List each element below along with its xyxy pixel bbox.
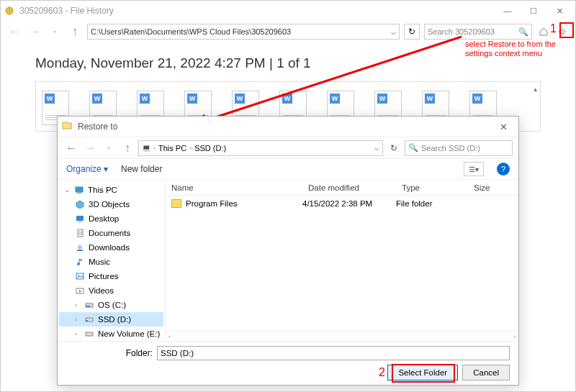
dialog-nav: ← → ▾ ↑ 💻 › This PC › SSD (D:) ⌵ ↻ 🔍 Sea…: [58, 137, 518, 158]
up-button[interactable]: ↑: [67, 24, 83, 40]
tree-item-downloads[interactable]: Downloads: [59, 240, 163, 255]
window-title: 305209603 - File History: [19, 6, 114, 16]
dialog-search-placeholder: Search SSD (D:): [421, 144, 480, 152]
dialog-forward-button[interactable]: →: [82, 140, 98, 156]
search-placeholder: Search 305209603: [428, 27, 495, 36]
recent-dropdown[interactable]: ▾: [47, 24, 63, 40]
tree-item-music[interactable]: Music: [59, 255, 163, 269]
tree-item-videos[interactable]: Videos: [59, 283, 163, 298]
tree-item-label: This PC: [88, 186, 117, 194]
dialog-refresh-button[interactable]: ↻: [386, 140, 402, 156]
folder-tree: ⌄ This PC 3D Objects Desktop Documents D…: [58, 180, 166, 341]
dialog-close-button[interactable]: ✕: [492, 122, 514, 132]
dialog-up-button[interactable]: ↑: [120, 140, 135, 156]
breadcrumb-dropdown-icon[interactable]: ⌵: [374, 143, 379, 152]
expand-icon[interactable]: ›: [75, 331, 81, 337]
expand-icon[interactable]: ⌄: [65, 187, 71, 193]
select-folder-button[interactable]: Select Folder: [387, 365, 458, 380]
help-button[interactable]: ?: [497, 163, 510, 176]
nav-toolbar: ← → ▾ ↑ C:\Users\Raten\Documents\WPS Clo…: [1, 21, 575, 42]
column-name[interactable]: Name: [166, 183, 302, 192]
address-dropdown-icon[interactable]: ⌵: [391, 27, 396, 37]
tree-item-label: New Volume (E:): [98, 329, 160, 338]
svg-rect-5: [76, 216, 84, 221]
expand-icon[interactable]: ›: [75, 316, 81, 323]
dialog-back-button[interactable]: ←: [63, 140, 79, 156]
cube-icon: [75, 199, 85, 209]
breadcrumb-root-icon: 💻: [142, 144, 150, 152]
tree-item-3d-objects[interactable]: 3D Objects: [59, 197, 163, 211]
svg-rect-6: [78, 222, 81, 222]
drive-icon: [84, 300, 94, 310]
cancel-button[interactable]: Cancel: [462, 365, 510, 380]
app-icon: [4, 5, 15, 17]
tree-item-desktop[interactable]: Desktop: [59, 211, 163, 226]
tree-item-new-volume-e[interactable]: ›New Volume (E:): [59, 327, 163, 341]
svg-rect-17: [86, 332, 93, 336]
pictures-icon: [75, 271, 85, 281]
view-options-button[interactable]: ☰▾: [464, 162, 484, 176]
organize-menu[interactable]: Organize ▾: [66, 164, 108, 174]
folder-name-input[interactable]: [157, 346, 510, 360]
title-bar: 305209603 - File History — ☐ ✕: [1, 1, 575, 21]
chevron-right-icon: ›: [189, 145, 192, 152]
svg-point-1: [561, 30, 564, 34]
column-size[interactable]: Size: [468, 183, 511, 192]
tree-item-ssd-d[interactable]: ›SSD (D:): [59, 312, 163, 327]
svg-rect-14: [86, 306, 90, 307]
forward-button[interactable]: →: [27, 24, 42, 40]
search-input[interactable]: Search 305209603 🔍: [424, 24, 532, 40]
tree-item-label: 3D Objects: [89, 200, 130, 209]
back-button[interactable]: ←: [6, 24, 22, 40]
close-button[interactable]: ✕: [546, 2, 572, 19]
file-list-header: Name Date modified Type Size: [166, 180, 518, 196]
home-icon[interactable]: [536, 24, 551, 39]
breadcrumb-part[interactable]: This PC: [158, 144, 186, 152]
breadcrumb-part[interactable]: SSD (D:): [194, 144, 226, 152]
tree-item-label: Pictures: [89, 272, 119, 281]
dialog-footer: Folder: Select Folder Cancel: [58, 341, 518, 385]
column-date[interactable]: Date modified: [302, 183, 396, 192]
tree-item-label: Downloads: [89, 243, 130, 252]
tree-item-this-pc[interactable]: ⌄ This PC: [59, 183, 163, 197]
restore-to-dialog: Restore to ✕ ← → ▾ ↑ 💻 › This PC › SSD (…: [57, 116, 519, 386]
folder-label: Folder:: [66, 348, 153, 358]
svg-rect-16: [86, 320, 88, 322]
drive-icon: [84, 329, 94, 339]
maximize-button[interactable]: ☐: [521, 2, 546, 19]
page-heading: Monday, November 21, 2022 4:27 PM | 1 of…: [1, 42, 575, 77]
search-icon: 🔍: [408, 143, 418, 152]
address-path: C:\Users\Raten\Documents\WPS Cloud Files…: [91, 27, 291, 36]
svg-rect-3: [76, 187, 83, 192]
download-icon: [75, 242, 85, 252]
dialog-breadcrumb[interactable]: 💻 › This PC › SSD (D:) ⌵: [138, 140, 383, 156]
horizontal-scrollbar[interactable]: ‹›: [166, 331, 518, 341]
svg-point-9: [77, 263, 80, 265]
folder-icon: [62, 121, 73, 132]
dialog-recent-dropdown[interactable]: ▾: [101, 140, 117, 156]
tree-item-documents[interactable]: Documents: [59, 226, 163, 240]
document-icon: [75, 228, 85, 238]
dialog-search-input[interactable]: 🔍 Search SSD (D:): [405, 140, 513, 156]
expand-icon[interactable]: ›: [75, 302, 81, 309]
gear-icon[interactable]: [555, 24, 570, 39]
tree-item-pictures[interactable]: Pictures: [59, 269, 163, 283]
new-folder-button[interactable]: New folder: [121, 164, 162, 174]
file-row[interactable]: Program Files 4/15/2022 2:38 PM File fol…: [166, 196, 518, 211]
tree-item-label: Desktop: [89, 214, 119, 223]
address-bar[interactable]: C:\Users\Raten\Documents\WPS Cloud Files…: [87, 24, 400, 40]
refresh-button[interactable]: ↻: [404, 24, 420, 40]
svg-rect-8: [77, 250, 83, 251]
dialog-toolbar: Organize ▾ New folder ☰▾ ?: [58, 158, 518, 180]
column-type[interactable]: Type: [396, 183, 468, 192]
thumb-scroll-up[interactable]: ▴: [534, 85, 537, 93]
dialog-title: Restore to: [78, 122, 117, 132]
tree-item-label: SSD (D:): [98, 315, 131, 324]
tree-item-label: Documents: [89, 229, 130, 237]
drive-icon: [84, 314, 94, 324]
minimize-button[interactable]: —: [495, 2, 521, 19]
tree-item-os-c[interactable]: ›OS (C:): [59, 298, 163, 312]
desktop-icon: [75, 214, 85, 224]
dialog-title-bar: Restore to ✕: [58, 117, 518, 137]
file-type: File folder: [396, 199, 468, 208]
